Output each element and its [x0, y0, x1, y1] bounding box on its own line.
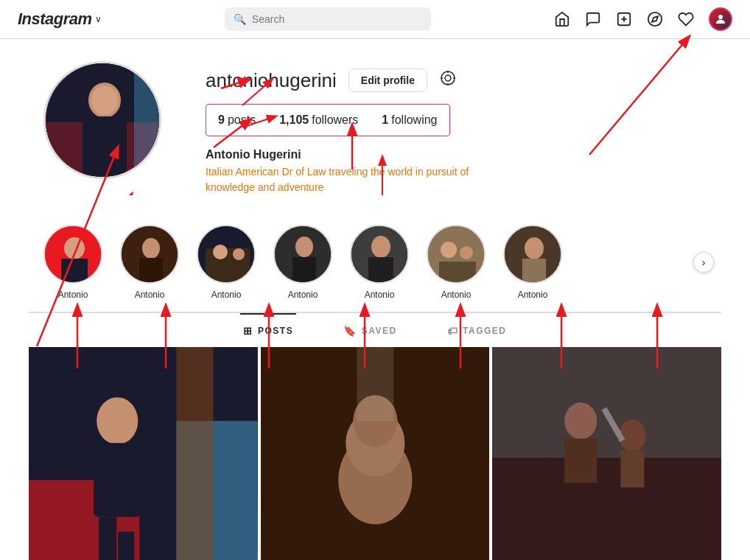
posts-label: posts [228, 113, 256, 127]
avatar-image [46, 63, 159, 177]
highlight-circle-7 [503, 225, 562, 284]
highlight-item-6[interactable]: Antonio [427, 225, 486, 300]
highlight-label-5: Antonio [365, 290, 395, 300]
edit-profile-button[interactable]: Edit profile [348, 69, 427, 92]
posts-grid [29, 347, 721, 560]
highlight-label-6: Antonio [441, 290, 472, 300]
highlights-next-button[interactable]: › [693, 252, 714, 273]
highlight-label-7: Antonio [518, 290, 548, 300]
svg-point-42 [460, 246, 473, 259]
svg-rect-69 [492, 347, 721, 560]
tagged-tab-icon: 🏷 [447, 325, 459, 337]
logo-area: Instagram ∨ [18, 10, 102, 29]
svg-rect-11 [83, 116, 127, 179]
svg-point-45 [525, 237, 544, 259]
highlight-item-7[interactable]: Antonio [503, 225, 562, 300]
search-bar: 🔍 [225, 7, 431, 31]
profile-avatar[interactable] [43, 61, 161, 179]
svg-point-13 [441, 71, 455, 85]
username-row: antoniohugerini Edit profile [206, 69, 707, 92]
tab-posts[interactable]: ⊞ POSTS [240, 313, 296, 347]
search-icon: 🔍 [234, 13, 246, 25]
profile-stats: 9 posts 1,105 followers 1 following [206, 104, 450, 136]
post-cell-2[interactable] [261, 347, 490, 560]
highlight-item-1[interactable]: Antonio [43, 225, 102, 300]
following-count: 1 [382, 113, 388, 127]
posts-stat[interactable]: 9 posts [218, 113, 256, 127]
profile-full-name: Antonio Hugerini [206, 148, 707, 161]
svg-point-25 [64, 237, 85, 259]
tab-tagged[interactable]: 🏷 TAGGED [444, 313, 510, 347]
posts-count: 9 [218, 113, 225, 127]
post-image-1 [29, 347, 258, 560]
post-image-2 [261, 347, 490, 560]
main-header: Instagram ∨ 🔍 [0, 0, 750, 39]
svg-rect-46 [522, 259, 546, 284]
profile-bio: Italian American Dr of Law traveling the… [206, 164, 486, 195]
svg-point-5 [718, 15, 723, 19]
followers-label: followers [312, 113, 358, 127]
tabs-section: ⊞ POSTS 🔖 SAVED 🏷 TAGGED [29, 312, 721, 347]
highlight-label-3: Antonio [211, 290, 242, 300]
profile-avatar-nav[interactable] [709, 7, 732, 31]
following-stat[interactable]: 1 following [382, 113, 437, 127]
instagram-logo: Instagram [18, 10, 92, 29]
highlight-circle-1 [43, 225, 102, 284]
svg-rect-50 [176, 347, 213, 560]
post-cell-1[interactable] [29, 347, 258, 560]
svg-point-33 [233, 248, 245, 260]
highlights-section: Antonio Antonio Antonio [29, 213, 721, 312]
highlight-circle-5 [350, 225, 409, 284]
highlight-circle-6 [427, 225, 486, 284]
post-image-3 [492, 347, 721, 560]
following-label: following [391, 113, 437, 127]
add-icon[interactable] [616, 11, 632, 27]
nav-icons [554, 7, 732, 31]
highlight-circle-4 [273, 225, 332, 284]
svg-marker-4 [652, 16, 658, 22]
home-icon[interactable] [554, 11, 570, 27]
highlight-item-4[interactable]: Antonio [273, 225, 332, 300]
svg-point-12 [91, 85, 118, 115]
tagged-tab-label: TAGGED [463, 326, 506, 336]
search-area: 🔍 [225, 7, 431, 31]
profile-avatar-wrap [43, 61, 161, 179]
highlight-label-2: Antonio [135, 290, 165, 300]
profile-info: antoniohugerini Edit profile 9 [206, 61, 707, 195]
saved-tab-icon: 🔖 [343, 325, 357, 337]
profile-header: antoniohugerini Edit profile 9 [43, 61, 707, 195]
post-cell-3[interactable] [492, 347, 721, 560]
highlight-circle-2 [120, 225, 179, 284]
highlight-circle-3 [197, 225, 256, 284]
saved-tab-label: SAVED [362, 326, 397, 336]
settings-icon[interactable] [439, 69, 457, 91]
logo-caret[interactable]: ∨ [95, 14, 102, 24]
svg-point-51 [97, 397, 138, 444]
highlight-item-2[interactable]: Antonio [120, 225, 179, 300]
svg-point-28 [142, 238, 160, 259]
svg-rect-9 [134, 63, 161, 179]
svg-rect-53 [99, 517, 116, 560]
tab-saved[interactable]: 🔖 SAVED [340, 313, 399, 347]
followers-count: 1,105 [279, 113, 309, 127]
svg-rect-43 [439, 262, 476, 284]
svg-rect-61 [261, 347, 490, 560]
profile-username: antoniohugerini [206, 69, 337, 92]
compass-icon[interactable] [647, 11, 663, 27]
svg-point-41 [441, 242, 457, 258]
svg-rect-36 [292, 257, 316, 284]
svg-rect-29 [139, 258, 163, 284]
followers-stat[interactable]: 1,105 followers [279, 113, 358, 127]
search-input[interactable] [252, 13, 422, 25]
svg-rect-54 [118, 532, 134, 560]
svg-point-35 [295, 237, 313, 257]
svg-rect-26 [61, 259, 88, 284]
svg-point-14 [445, 75, 451, 81]
highlight-item-5[interactable]: Antonio [350, 225, 409, 300]
svg-point-38 [371, 236, 390, 258]
highlight-item-3[interactable]: Antonio [197, 225, 256, 300]
highlight-label-4: Antonio [288, 290, 318, 300]
heart-icon[interactable] [678, 11, 694, 27]
posts-tab-label: POSTS [258, 326, 293, 336]
messenger-icon[interactable] [585, 11, 601, 27]
